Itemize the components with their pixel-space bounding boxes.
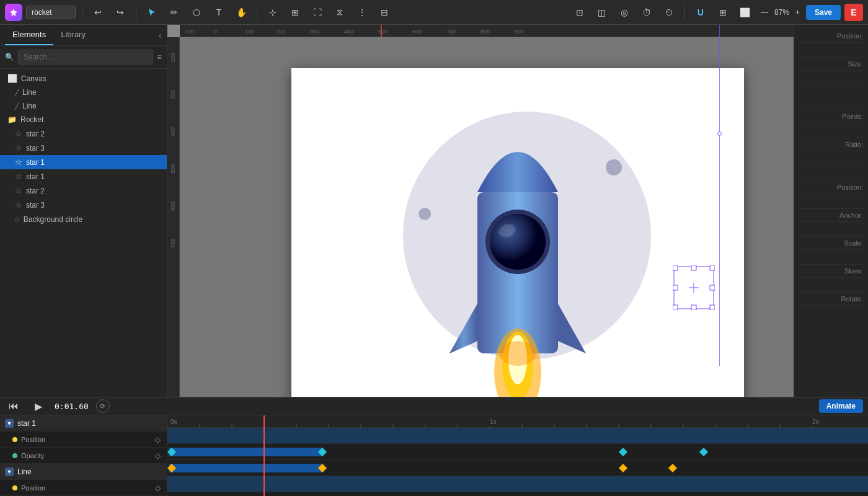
tl-play-button[interactable]: ▶ [30, 397, 47, 415]
sep1 [82, 5, 82, 20]
align-tool[interactable]: ⊞ [286, 4, 304, 21]
rocket-illustration [291, 68, 744, 397]
toolbar: rocket ↩ ↪ ✏ ⬡ T ✋ ⊹ ⊞ ⛶ ⧖ ⋮ ⊟ ⊡ ◫ ◎ ⏱ ⏲… [0, 0, 868, 25]
layer-background-circle[interactable]: ○ Background circle [0, 212, 167, 226]
right-panel: Position: Size: Points: Ratio: Position:… [794, 25, 868, 397]
ruler-left: 200 300 400 500 600 700 [167, 37, 180, 397]
keyframe-add-line-pos[interactable]: ◇ [153, 484, 162, 492]
zoom-minus[interactable]: — [758, 7, 771, 18]
keyframe-add-star1-pos[interactable]: ◇ [153, 435, 162, 444]
star-icon-3b: ☆ [15, 200, 22, 210]
grid-button[interactable]: ⊞ [714, 4, 732, 21]
timer1-button[interactable]: ⏱ [637, 4, 656, 21]
sep4 [684, 5, 685, 20]
svg-text:500: 500 [378, 29, 388, 35]
canvas-icon: ⬜ [7, 74, 17, 83]
tl-bar-star1-opa[interactable] [169, 464, 324, 472]
tl-loop-button[interactable]: ⟳ [96, 399, 110, 413]
tl-label-line-pos: Position ◇ [0, 480, 167, 496]
svg-rect-31 [691, 265, 696, 270]
track-collapse-star1[interactable]: ▼ [5, 419, 14, 428]
animate-button[interactable]: Animate [819, 399, 863, 413]
layer-star1a-label: star 1 [26, 158, 45, 167]
tl-kf-star1-pos-4[interactable] [699, 448, 708, 456]
svg-text:1s: 1s [490, 418, 497, 425]
layer-star2a[interactable]: ☆ star 2 [0, 126, 167, 141]
svg-text:600: 600 [412, 29, 422, 35]
layer-star1b-label: star 1 [26, 172, 45, 181]
track-collapse-line[interactable]: ▼ [5, 467, 14, 476]
layer-star1a[interactable]: ☆ star 1 [0, 155, 167, 169]
layer-line1[interactable]: ╱ Line [0, 86, 167, 99]
tl-kf-star1-pos-3[interactable] [619, 448, 627, 456]
save-button[interactable]: Save [806, 5, 841, 20]
tab-elements[interactable]: Elements [5, 25, 53, 45]
app-logo[interactable] [5, 4, 22, 21]
tl-label-star1[interactable]: ▼ star 1 [0, 415, 167, 432]
layer-line2-label: Line [22, 102, 37, 110]
svg-text:900: 900 [515, 29, 524, 35]
preview-button[interactable]: ⊡ [570, 4, 589, 21]
crop-tool[interactable]: ⛶ [308, 4, 327, 21]
export-button[interactable]: E [844, 4, 863, 21]
settings-button[interactable]: ◎ [615, 4, 634, 21]
canvas-area[interactable]: -100 0 100 200 300 400 500 600 700 800 9… [167, 25, 794, 397]
select-tool-button[interactable] [143, 4, 161, 21]
panel-collapse-btn[interactable]: ‹ [159, 30, 162, 41]
group-tool[interactable]: ⊟ [375, 4, 394, 21]
sort-icon[interactable]: ≡ [157, 52, 162, 62]
prop-ratio: Ratio: [799, 138, 863, 151]
panel-tabs: Elements Library ‹ [0, 25, 167, 46]
star-icon-1b: ☆ [15, 172, 22, 181]
svg-rect-30 [673, 265, 678, 270]
text-tool-button[interactable]: T [210, 4, 228, 21]
tl-bar-star1-pos[interactable] [169, 448, 324, 456]
svg-rect-33 [673, 285, 678, 290]
transform-tool[interactable]: ⊹ [264, 4, 282, 21]
tl-label-line[interactable]: ▼ Line [0, 464, 167, 480]
timer2-button[interactable]: ⏲ [660, 4, 678, 21]
svg-point-18 [418, 208, 431, 220]
circle-icon: ○ [15, 215, 20, 224]
selection-top-handle[interactable] [717, 131, 722, 136]
underline-button[interactable]: U [691, 4, 710, 21]
prop-rotate: Rotate: [799, 293, 863, 306]
redo-button[interactable]: ↪ [111, 4, 130, 21]
line-icon-2: ╱ [15, 103, 19, 110]
timeline: ⏮ ▶ 0:01.60 ⟳ Animate ▼ star 1 Position … [0, 397, 868, 496]
layer-canvas[interactable]: ⬜ Canvas [0, 71, 167, 86]
tl-kf-star1-opa-4[interactable] [668, 464, 677, 472]
zoom-plus[interactable]: + [793, 7, 802, 18]
sep3 [257, 5, 257, 20]
selection-box[interactable] [673, 265, 715, 310]
frame-button[interactable]: ⬜ [736, 4, 755, 21]
layer-rocket-folder[interactable]: 📁 Rocket [0, 113, 167, 126]
svg-text:100: 100 [245, 29, 254, 35]
project-name-input[interactable]: rocket [26, 6, 76, 19]
layer-star1b[interactable]: ☆ star 1 [0, 169, 167, 184]
hand-tool-button[interactable]: ✋ [232, 4, 250, 21]
line-icon-1: ╱ [15, 89, 19, 96]
search-bar: 🔍 ≡ [0, 46, 167, 69]
pen-tool-button[interactable]: ✏ [165, 4, 184, 21]
tl-rewind-button[interactable]: ⏮ [5, 397, 22, 415]
svg-rect-37 [710, 305, 715, 310]
keyframe-add-star1-opa[interactable]: ◇ [153, 451, 162, 460]
layer-star3b[interactable]: ☆ star 3 [0, 198, 167, 212]
flip-button[interactable]: ◫ [593, 4, 611, 21]
undo-button[interactable]: ↩ [89, 4, 107, 21]
svg-rect-36 [691, 305, 696, 310]
layer-star2b[interactable]: ☆ star 2 [0, 184, 167, 198]
bone-tool[interactable]: ⋮ [353, 4, 371, 21]
tab-library[interactable]: Library [53, 25, 93, 45]
search-input[interactable] [18, 50, 153, 64]
tl-kf-star1-opa-3[interactable] [619, 464, 627, 472]
opa-dot-star1 [12, 453, 17, 458]
layer-star3a[interactable]: ☆ star 3 [0, 141, 167, 155]
canvas-white[interactable]: ⊕ [291, 68, 744, 397]
warp-tool[interactable]: ⧖ [330, 4, 349, 21]
prop-skew: Skew: [799, 265, 863, 278]
star-icon-1a: ☆ [15, 157, 22, 167]
layer-line2[interactable]: ╱ Line [0, 99, 167, 113]
shape-tool-button[interactable]: ⬡ [187, 4, 206, 21]
